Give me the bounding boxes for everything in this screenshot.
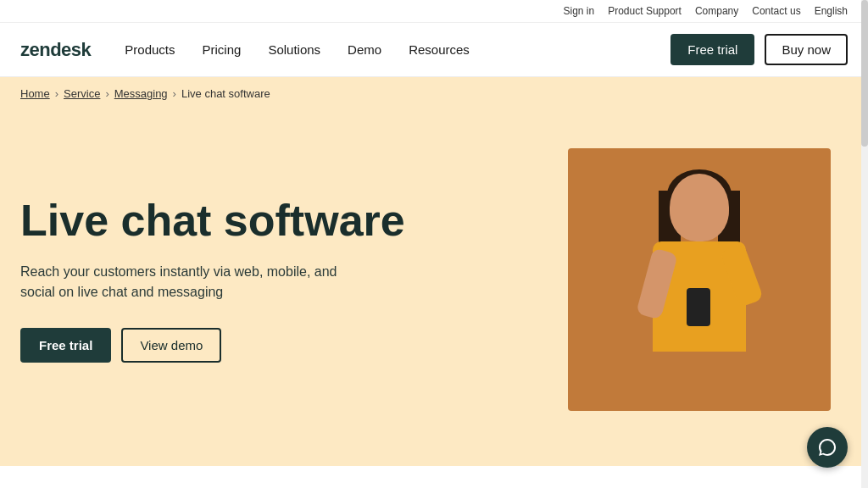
hero-image xyxy=(568,148,831,411)
nav-pricing[interactable]: Pricing xyxy=(203,42,242,57)
scrollbar-track[interactable] xyxy=(861,0,868,488)
product-support-link[interactable]: Product Support xyxy=(608,5,682,17)
utility-bar: Sign in Product Support Company Contact … xyxy=(0,0,868,23)
scrollbar-thumb[interactable] xyxy=(861,0,868,147)
breadcrumb-messaging[interactable]: Messaging xyxy=(114,87,168,100)
hero-section: Live chat software Reach your customers … xyxy=(0,110,868,466)
hero-free-trial-button[interactable]: Free trial xyxy=(20,328,111,363)
bottom-section: A guide to the best live chat software xyxy=(0,466,868,488)
company-link[interactable]: Company xyxy=(695,5,738,17)
breadcrumb-separator-2: › xyxy=(105,87,108,100)
nav-solutions[interactable]: Solutions xyxy=(268,42,320,57)
breadcrumb: Home › Service › Messaging › Live chat s… xyxy=(0,77,868,110)
hero-title: Live chat software xyxy=(20,197,405,245)
contact-us-link[interactable]: Contact us xyxy=(752,5,800,17)
breadcrumb-separator-3: › xyxy=(173,87,176,100)
nav-demo[interactable]: Demo xyxy=(348,42,381,57)
nav-products[interactable]: Products xyxy=(125,42,175,57)
breadcrumb-home[interactable]: Home xyxy=(20,87,50,100)
chat-icon xyxy=(817,437,837,458)
hero-view-demo-button[interactable]: View demo xyxy=(121,328,221,363)
hero-content: Live chat software Reach your customers … xyxy=(20,197,405,363)
breadcrumb-separator-1: › xyxy=(55,87,58,100)
logo[interactable]: zendesk xyxy=(20,39,91,61)
nav-free-trial-button[interactable]: Free trial xyxy=(670,34,754,65)
nav-resources[interactable]: Resources xyxy=(409,42,470,57)
nav-links: Products Pricing Solutions Demo Resource… xyxy=(125,42,670,57)
hero-subtitle: Reach your customers instantly via web, … xyxy=(20,262,342,302)
nav-actions: Free trial Buy now xyxy=(670,34,848,65)
breadcrumb-current: Live chat software xyxy=(181,87,270,100)
nav-buy-now-button[interactable]: Buy now xyxy=(765,34,848,65)
chat-widget-button[interactable] xyxy=(807,427,848,468)
sign-in-link[interactable]: Sign in xyxy=(563,5,594,17)
person-head xyxy=(670,174,729,241)
person-phone xyxy=(687,288,710,326)
person-illustration xyxy=(615,165,784,411)
navbar: zendesk Products Pricing Solutions Demo … xyxy=(0,23,868,77)
breadcrumb-service[interactable]: Service xyxy=(64,87,100,100)
hero-buttons: Free trial View demo xyxy=(20,328,405,363)
language-selector[interactable]: English xyxy=(815,5,848,17)
